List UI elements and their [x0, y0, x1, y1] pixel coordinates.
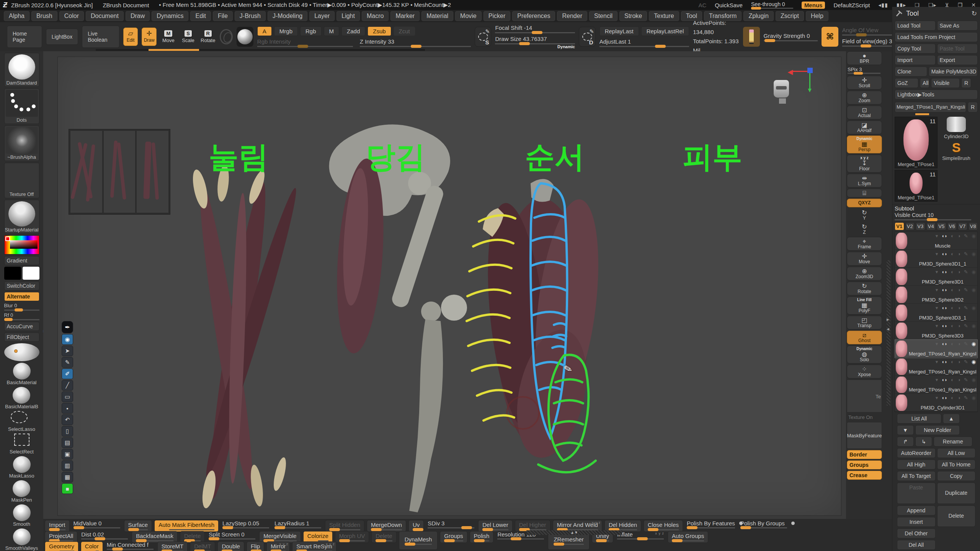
border-button[interactable]: Border [847, 450, 882, 459]
goz-button[interactable]: GoZ [895, 78, 918, 88]
shade-icon[interactable]: ◐ [951, 395, 954, 401]
annotation-tool-icon[interactable]: ▤ [62, 437, 73, 448]
visibility-icon[interactable]: ◖◗ [941, 287, 947, 293]
bottom-control[interactable]: Polish [470, 531, 494, 543]
eye-icon[interactable]: ◉ [972, 395, 976, 401]
paint-icon[interactable]: ✎ [964, 395, 968, 401]
menu-item[interactable]: Help [806, 11, 828, 21]
eye-icon[interactable]: ◉ [972, 341, 976, 347]
annotation-tool-icon[interactable]: ▯ [62, 426, 73, 437]
contrast-icon[interactable]: ◑ [957, 359, 960, 365]
sdiv-scrollbar[interactable]: ▲▼ [526, 530, 622, 535]
menu-item[interactable]: Marker [390, 11, 420, 21]
move-into-folder-button[interactable]: ↱ [897, 437, 914, 447]
zcut-button[interactable]: Zcut [394, 26, 415, 36]
paint-icon[interactable]: ✎ [964, 341, 968, 347]
bottom-control[interactable]: Mirror x y z [266, 541, 290, 551]
visibility-set-tab[interactable]: V8 [969, 222, 978, 230]
move-out-folder-button[interactable]: ↳ [915, 437, 932, 447]
bottom-control[interactable]: Smart ReSym x y z [292, 541, 336, 551]
polyframe-icon[interactable]: ▾ [936, 233, 938, 239]
eye-icon[interactable]: ◉ [972, 251, 976, 257]
menu-item[interactable]: Document [86, 11, 124, 21]
menu-item[interactable]: Material [421, 11, 453, 21]
eye-icon[interactable]: ◉ [972, 287, 976, 293]
menu-item[interactable]: File [213, 11, 233, 21]
move-button[interactable]: M Move [160, 30, 176, 43]
right-shelf-button[interactable]: ↻ Rotate [847, 282, 882, 295]
basic-materialb-item[interactable]: BasicMaterialB [5, 387, 38, 409]
polyframe-icon[interactable]: ▾ [936, 341, 938, 347]
live-boolean-button[interactable]: Live Boolean [82, 26, 119, 48]
annotation-tool-icon[interactable]: ✎ [62, 357, 73, 368]
visibility-set-tab[interactable]: V4 [926, 222, 936, 230]
subtool-item[interactable]: ▾ ◖◗ ◐ ◑ ✎ ◉ PM3D_Sphere3D2 [895, 286, 977, 304]
subtool-item[interactable]: ▾ ◖◗ ◐ ◑ ✎ ◉ PM3D_Sphere3D1_1 [895, 250, 977, 268]
mask-by-feature-button[interactable]: MaskByFeature [847, 422, 882, 449]
goz-visible-button[interactable]: Visible [931, 78, 960, 88]
color-picker[interactable] [4, 235, 39, 254]
current-tool-r-button[interactable]: R [968, 102, 978, 112]
annotation-tool-icon[interactable]: ↶ [62, 414, 73, 425]
annotation-tool-icon[interactable]: ▣ [62, 449, 73, 460]
contrast-icon[interactable]: ◑ [957, 305, 960, 311]
visibility-set-tab[interactable]: V2 [905, 222, 915, 230]
right-shelf-button[interactable]: Dynamic ◍ Solo [847, 346, 882, 364]
menu-item[interactable]: Texture [649, 11, 679, 21]
paint-icon[interactable]: ✎ [964, 359, 968, 365]
annotation-tool-icon[interactable]: ▭ [62, 391, 73, 402]
shade-icon[interactable]: ◐ [951, 269, 954, 275]
bottom-control[interactable]: Auto Mask FiberMesh [154, 520, 219, 532]
crease-button[interactable]: Crease [847, 471, 882, 480]
paint-icon[interactable]: ✎ [964, 323, 968, 329]
subtool-item[interactable]: ▾ ◖◗ ◐ ◑ ✎ ◉ PM3D_Sphere3D1 [895, 268, 977, 286]
a-button[interactable]: A [257, 26, 272, 36]
goz-all-button[interactable]: All [920, 78, 929, 88]
menu-item[interactable]: Draw [126, 11, 150, 21]
m-button[interactable]: M [324, 26, 340, 36]
visibility-icon[interactable]: ◖◗ [941, 341, 947, 347]
visibility-set-tab[interactable]: V5 [937, 222, 946, 230]
tray-scrollbar[interactable]: ▶◀ [887, 260, 890, 406]
see-through-slider[interactable]: See-through 0 [751, 2, 793, 9]
eye-icon[interactable]: ◉ [972, 269, 976, 275]
bottom-control[interactable]: LazyStep 0.05 [221, 520, 271, 528]
annotation-tool-icon[interactable]: ➤ [62, 346, 73, 356]
shade-icon[interactable]: ◐ [951, 287, 954, 293]
stroke-picker-icon[interactable]: ✎ S [475, 27, 492, 47]
menu-item[interactable]: Color [59, 11, 84, 21]
polyframe-icon[interactable]: ▾ [936, 305, 938, 311]
bottom-control[interactable]: Double [217, 541, 244, 551]
draw-size-slider[interactable]: Draw Size 43.76337 Dynamic [495, 36, 575, 49]
bottom-control[interactable]: Split Screen 0 [207, 531, 257, 540]
subtool-item[interactable]: ▾ ◖◗ ◐ ◑ ✎ ◉ Muscle [895, 232, 977, 250]
menu-item[interactable]: Stroke [619, 11, 647, 21]
bottom-control[interactable]: Min Connected f [105, 541, 155, 550]
menu-item[interactable]: Light [336, 11, 360, 21]
right-shelf-button[interactable]: ⌖ Frame [847, 237, 882, 251]
right-shelf-button[interactable]: ⊕ Zoom [847, 91, 882, 104]
all-to-home-button[interactable]: All To Home [937, 460, 976, 469]
restore-config-icon[interactable]: ↻ [972, 10, 977, 18]
bottom-control[interactable]: DelMT [190, 541, 215, 551]
menu-item[interactable]: J-Brush [235, 11, 266, 21]
subtool-item[interactable]: ▾ ◖◗ ◐ ◑ ✎ ◉ Merged_TPose1_Ryan_Kingslie… [895, 358, 977, 376]
bottom-control[interactable]: DynaMesh [399, 531, 438, 550]
paste-tool-button[interactable]: Paste Tool [937, 44, 978, 54]
append-button[interactable]: Append [897, 505, 936, 515]
menu-item[interactable]: Layer [309, 11, 335, 21]
visibility-set-tab[interactable]: V1 [895, 222, 904, 230]
contrast-icon[interactable]: ◑ [957, 341, 960, 347]
spotlight-thumbnails[interactable] [69, 129, 170, 215]
right-shelf-button[interactable]: ● BPR [847, 51, 882, 65]
annotation-tool-icon[interactable]: ╱ [62, 380, 73, 391]
right-shelf-button[interactable]: x y z ↧ Floor [847, 155, 882, 173]
edit-button[interactable]: ▱ Edit [123, 28, 138, 46]
bottom-control[interactable]: Uv [408, 520, 424, 532]
menu-item[interactable]: Picker [483, 11, 510, 21]
make-polymesh3d-button[interactable]: Make PolyMesh3D [929, 67, 978, 77]
contrast-icon[interactable]: ◑ [957, 287, 960, 293]
shade-icon[interactable]: ◐ [951, 305, 954, 311]
color-swatches[interactable] [4, 267, 39, 280]
rgb-intensity-slider[interactable]: Rgb Intensity [257, 38, 353, 47]
